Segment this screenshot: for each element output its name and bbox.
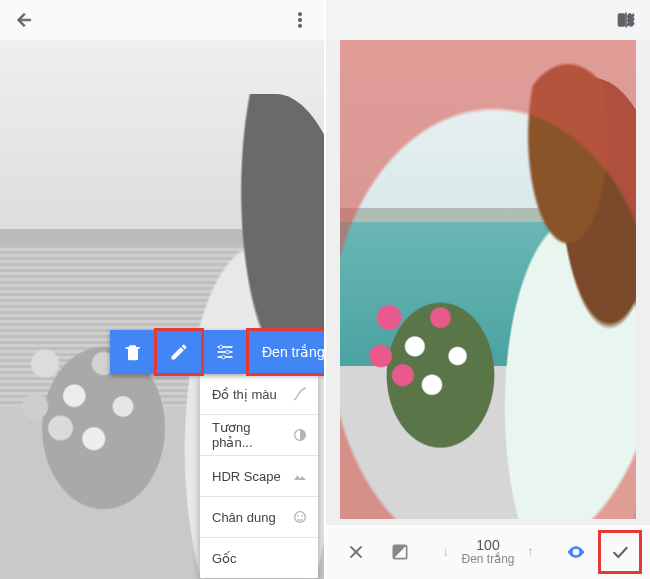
left-panel: Đen trắng Đồ thị màu Tương phản... HDR S… bbox=[0, 0, 326, 579]
face-icon bbox=[292, 509, 308, 525]
filter-stack-menu: Đồ thị màu Tương phản... HDR Scape Chân … bbox=[200, 374, 318, 578]
svg-point-11 bbox=[297, 515, 299, 517]
right-topbar bbox=[326, 0, 650, 40]
svg-rect-14 bbox=[628, 14, 634, 26]
filter-item-label: Chân dung bbox=[212, 510, 276, 525]
tune-step-button[interactable] bbox=[202, 330, 248, 374]
svg-point-12 bbox=[301, 515, 303, 517]
filter-item-label: Tương phản... bbox=[212, 420, 292, 450]
arrow-up-icon: ↑ bbox=[527, 543, 534, 559]
filter-item-label: HDR Scape bbox=[212, 469, 281, 484]
left-topbar bbox=[0, 0, 324, 40]
edit-stack-toolbar: Đen trắng bbox=[110, 330, 326, 374]
svg-point-0 bbox=[298, 13, 301, 16]
back-button[interactable] bbox=[12, 8, 36, 32]
cancel-button[interactable] bbox=[336, 532, 376, 572]
curves-icon bbox=[292, 386, 308, 402]
filter-item-label: Gốc bbox=[212, 551, 237, 566]
compare-split-button[interactable] bbox=[614, 8, 638, 32]
svg-rect-4 bbox=[218, 351, 233, 353]
filter-item-hdr-scape[interactable]: HDR Scape bbox=[200, 456, 318, 497]
filter-item-original[interactable]: Gốc bbox=[200, 538, 318, 578]
delete-step-button[interactable] bbox=[110, 330, 156, 374]
invert-mask-button[interactable] bbox=[380, 532, 420, 572]
svg-point-8 bbox=[222, 355, 226, 359]
svg-point-6 bbox=[219, 345, 223, 349]
right-bottombar: ↓ ↑ 100 Đen trắng bbox=[326, 525, 650, 579]
filter-item-portrait[interactable]: Chân dung bbox=[200, 497, 318, 538]
contrast-icon bbox=[292, 427, 308, 443]
brush-edit-button[interactable] bbox=[156, 330, 202, 374]
arrow-down-icon: ↓ bbox=[442, 543, 449, 559]
svg-point-7 bbox=[226, 350, 230, 354]
svg-point-1 bbox=[298, 18, 301, 21]
filter-item-label: Đồ thị màu bbox=[212, 387, 277, 402]
svg-point-2 bbox=[298, 24, 301, 27]
more-options-button[interactable] bbox=[288, 8, 312, 32]
right-panel: ↓ ↑ 100 Đen trắng bbox=[326, 0, 650, 579]
current-filter-label: Đen trắng bbox=[262, 344, 325, 360]
toggle-mask-visibility-button[interactable] bbox=[556, 532, 596, 572]
svg-rect-13 bbox=[619, 14, 625, 26]
mask-strength-control[interactable]: ↓ ↑ 100 Đen trắng bbox=[424, 537, 552, 567]
mask-overlay bbox=[340, 40, 636, 519]
right-photo-canvas[interactable] bbox=[340, 40, 636, 519]
filter-item-tonal-contrast[interactable]: Tương phản... bbox=[200, 415, 318, 456]
current-filter-chip[interactable]: Đen trắng bbox=[248, 330, 326, 374]
apply-button[interactable] bbox=[600, 532, 640, 572]
filter-item-curves[interactable]: Đồ thị màu bbox=[200, 374, 318, 415]
blank-icon bbox=[292, 550, 308, 566]
svg-point-19 bbox=[574, 550, 577, 553]
landscape-icon bbox=[292, 468, 308, 484]
